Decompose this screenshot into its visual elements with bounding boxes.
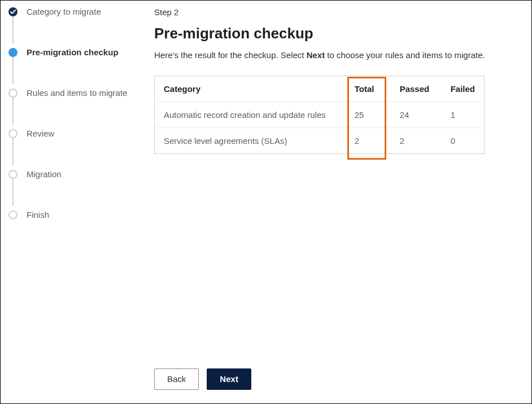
cell-failed: 1	[442, 102, 485, 128]
description-pre: Here's the result for the checkup. Selec…	[154, 50, 307, 60]
step-connector	[12, 96, 14, 125]
step-category-to-migrate[interactable]: Category to migrate	[8, 5, 147, 46]
step-indicator: Step 2	[154, 7, 509, 17]
step-pre-migration-checkup[interactable]: Pre-migration checkup	[8, 46, 147, 86]
cell-passed: 24	[391, 102, 442, 128]
cell-passed: 2	[391, 128, 442, 154]
step-label: Category to migrate	[27, 6, 101, 45]
step-finish[interactable]: Finish	[8, 208, 147, 249]
cell-category: Automatic record creation and update rul…	[155, 102, 346, 128]
table-header-row: Category Total Passed Failed	[155, 76, 485, 102]
wizard-stepper: Category to migrate Pre-migration checku…	[1, 1, 147, 403]
description-bold: Next	[307, 50, 325, 60]
cell-total: 25	[346, 102, 391, 128]
step-connector	[12, 137, 14, 165]
col-header-failed: Failed	[442, 76, 485, 102]
back-button[interactable]: Back	[154, 368, 199, 390]
step-migration[interactable]: Migration	[8, 168, 147, 208]
wizard-main: Step 2 Pre-migration checkup Here's the …	[147, 1, 531, 403]
step-review[interactable]: Review	[8, 127, 147, 168]
step-rules-and-items[interactable]: Rules and items to migrate	[8, 86, 147, 127]
current-step-icon	[8, 48, 18, 57]
next-button[interactable]: Next	[207, 368, 251, 390]
step-label: Review	[27, 128, 54, 166]
cell-total: 2	[346, 128, 391, 154]
pending-step-icon	[8, 129, 18, 138]
col-header-passed: Passed	[391, 76, 442, 102]
step-label: Pre-migration checkup	[27, 47, 119, 85]
cell-failed: 0	[442, 128, 485, 154]
pending-step-icon	[8, 170, 18, 179]
results-table-wrapper: Category Total Passed Failed Automatic r…	[154, 76, 509, 154]
wizard-frame: Category to migrate Pre-migration checku…	[0, 0, 532, 404]
description-post: to choose your rules and items to migrat…	[327, 50, 485, 60]
page-description: Here's the result for the checkup. Selec…	[154, 50, 509, 60]
cell-category: Service level agreements (SLAs)	[155, 128, 346, 154]
table-row: Automatic record creation and update rul…	[155, 102, 485, 128]
pending-step-icon	[8, 210, 18, 219]
table-row: Service level agreements (SLAs) 2 2 0	[155, 128, 485, 154]
step-label: Rules and items to migrate	[27, 87, 127, 126]
col-header-total: Total	[346, 76, 391, 102]
results-table: Category Total Passed Failed Automatic r…	[154, 76, 485, 154]
step-label: Finish	[27, 209, 49, 248]
pending-step-icon	[8, 89, 18, 98]
page-title: Pre-migration checkup	[154, 25, 509, 42]
step-label: Migration	[27, 169, 62, 207]
step-connector	[12, 178, 14, 206]
step-connector	[12, 56, 14, 84]
step-connector	[12, 15, 14, 43]
check-circle-icon	[8, 7, 18, 16]
col-header-category: Category	[155, 76, 346, 102]
wizard-footer: Back Next	[154, 358, 509, 403]
